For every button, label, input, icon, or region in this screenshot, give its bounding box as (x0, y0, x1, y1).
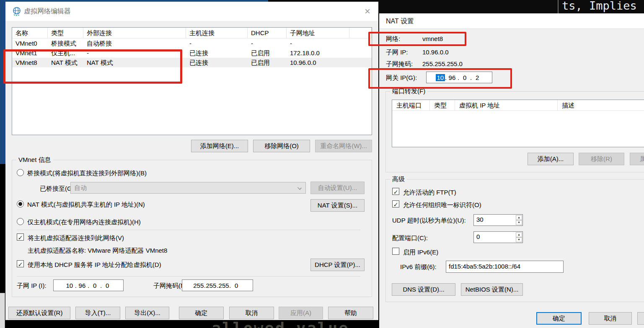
dhcp-settings-button[interactable]: DHCP 设置(P)... (310, 259, 365, 271)
port-forwarding-table: 主机端口 类型 虚拟机 IP 地址 描述 (392, 100, 644, 147)
nat-settings-button[interactable]: NAT 设置(S)... (310, 199, 365, 212)
stepper-down-icon[interactable] (516, 237, 522, 242)
use-dhcp-label[interactable]: 使用本地 DHCP 服务将 IP 地址分配给虚拟机(D) (28, 261, 161, 269)
hostonly-mode-radio[interactable] (17, 218, 24, 225)
config-port-value: 0 (476, 233, 480, 240)
globe-icon (12, 7, 21, 16)
terminal-background-top: ts, Implies (378, 0, 644, 13)
chevron-down-icon (297, 186, 302, 190)
bridged-mode-label[interactable]: 桥接模式(将虚拟机直接连接到外部网络)(B) (27, 169, 147, 177)
col-host: 主机连接 (186, 28, 248, 38)
nat-subnet-mask-label: 子网掩码: (386, 60, 413, 68)
terminal-text-bottom: allowed value (212, 320, 349, 328)
ipv6-prefix-label: IPv6 前缀(6): (400, 263, 437, 271)
udp-timeout-value: 30 (476, 216, 484, 223)
export-button[interactable]: 导出(X)... (125, 307, 169, 319)
network-table-header: 名称 类型 外部连接 主机连接 DHCP 子网地址 (12, 28, 372, 38)
nat-dialog-title: NAT 设置 (386, 17, 414, 26)
col-dhcp: DHCP (248, 28, 287, 38)
nat-mode-label[interactable]: NAT 模式(与虚拟机共享主机的 IP 地址)(N) (27, 201, 145, 209)
col-type: 类型 (430, 100, 455, 111)
bridged-mode-radio[interactable] (17, 169, 24, 176)
udp-timeout-stepper[interactable]: 30 (473, 214, 523, 226)
cancel-button[interactable]: 取消 (229, 307, 274, 319)
annotation-network-value (368, 32, 466, 46)
auto-settings-button: 自动设置(U)... (310, 182, 365, 194)
nat-subnet-ip-label: 子网 IP: (386, 49, 408, 56)
nat-mode-radio[interactable] (17, 200, 24, 208)
config-port-stepper[interactable]: 0 (473, 231, 523, 243)
help-button[interactable]: 帮助 (328, 307, 373, 319)
use-dhcp-checkbox[interactable] (17, 260, 24, 267)
allow-oui-checkbox[interactable] (392, 200, 399, 208)
terminal-text-top: ts, Implies (562, 0, 637, 12)
netbios-settings-button[interactable]: NetBIOS 设置(N)... (461, 283, 523, 296)
bridged-to-dropdown: 自动 (70, 182, 306, 194)
nat-cancel-button[interactable]: 取消 (589, 312, 632, 325)
advanced-legend: 高级 (390, 175, 407, 183)
divider (17, 230, 360, 230)
editor-dialog-title: 虚拟网络编辑器 (24, 7, 71, 16)
nat-subnet-mask-value: 255.255.255.0 (422, 60, 463, 67)
apply-button: 应用(A) (279, 307, 323, 319)
stepper-up-icon[interactable] (516, 232, 522, 237)
close-icon[interactable] (361, 6, 374, 18)
pf-remove-button: 移除(R) (579, 153, 624, 165)
col-description: 描述 (558, 100, 644, 111)
import-button[interactable]: 导入(T)... (75, 307, 120, 319)
pf-add-button[interactable]: 添加(A)... (528, 153, 574, 165)
remove-network-button[interactable]: 移除网络(O) (253, 140, 310, 152)
ipv6-prefix-field[interactable]: fd15:4ba5:5a2b:1008::/64 (446, 261, 564, 273)
stepper-up-icon[interactable] (516, 215, 522, 220)
port-forwarding-header: 主机端口 类型 虚拟机 IP 地址 描述 (392, 100, 644, 111)
background-window-corner (0, 293, 5, 328)
subnet-ip-field[interactable]: 10 96 0 0 (53, 279, 124, 291)
enable-ipv6-checkbox[interactable] (392, 248, 399, 255)
config-port-label: 配置端口(C): (392, 234, 428, 242)
nat-titlebar: NAT 设置 (379, 13, 644, 29)
divider (17, 276, 360, 277)
col-external: 外部连接 (83, 28, 186, 38)
editor-titlebar: 虚拟网络编辑器 (5, 2, 378, 21)
vmnet-info-legend: VMnet 信息 (16, 156, 53, 164)
dns-settings-button[interactable]: DNS 设置(D)... (392, 283, 455, 296)
nat-settings-dialog: NAT 设置 网络: vmnet8 子网 IP: 10.96.0.0 子网掩码:… (379, 13, 644, 328)
col-name: 名称 (12, 28, 48, 38)
allow-active-ftp-label[interactable]: 允许活动的 FTP(T) (403, 189, 456, 197)
col-vm-ip: 虚拟机 IP 地址 (455, 100, 558, 111)
annotation-vmnet8-row (3, 49, 182, 84)
stepper-down-icon[interactable] (516, 220, 522, 225)
annotation-gateway-ip (368, 68, 512, 89)
add-network-button[interactable]: 添加网络(E)... (191, 140, 248, 152)
col-host-port: 主机端口 (392, 100, 430, 111)
terminal-pane-divider (558, 0, 559, 13)
pf-properties-button: 属性(P)... (630, 153, 644, 165)
restore-defaults-button[interactable]: 还原默认设置(R) (8, 307, 70, 319)
allow-active-ftp-checkbox[interactable] (392, 188, 399, 195)
nat-subnet-ip-value: 10.96.0.0 (422, 49, 449, 56)
host-adapter-name-text: 主机虚拟适配器名称: VMware 网络适配器 VMnet8 (28, 247, 167, 255)
ok-button[interactable]: 确定 (179, 307, 224, 319)
enable-ipv6-label[interactable]: 启用 IPv6(E) (403, 249, 438, 256)
col-subnet: 子网地址 (287, 28, 349, 38)
hostonly-mode-label[interactable]: 仅主机模式(在专用网络内连接虚拟机)(H) (27, 218, 141, 226)
nat-cutoff-button[interactable] (637, 312, 644, 325)
subnet-ip-label: 子网 IP (I): (17, 282, 47, 290)
connect-host-adapter-label[interactable]: 将主机虚拟适配器连接到此网络(V) (28, 234, 124, 242)
bridged-to-value: 自动 (74, 184, 87, 191)
nat-ok-button[interactable]: 确定 (536, 312, 582, 325)
subnet-mask-field[interactable]: 255 255 255 0 (182, 279, 253, 291)
rename-network-button: 重命名网络(W)... (315, 140, 372, 152)
col-type: 类型 (48, 28, 83, 38)
allow-oui-label[interactable]: 允许任何组织唯一标识符(O) (403, 201, 481, 209)
table-row-vmnet0[interactable]: VMnet0 桥接模式 自动桥接 - - - (12, 38, 372, 48)
udp-timeout-label: UDP 超时(以秒为单位)(U): (392, 217, 466, 225)
connect-host-adapter-checkbox[interactable] (17, 233, 24, 241)
